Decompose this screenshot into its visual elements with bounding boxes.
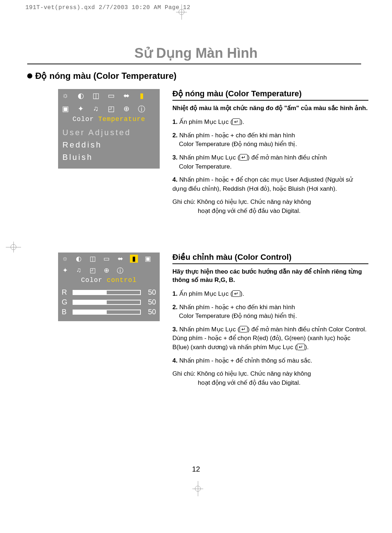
rgb-row-r: R 50 <box>62 288 156 296</box>
step-text: Nhấn phím Mục Lục ( <box>179 154 240 161</box>
intro-1: Nhiệt độ màu là một chức năng đo độ "ấm"… <box>172 104 368 113</box>
section-heading: Độ nóng màu (Color Temperature) <box>27 71 176 81</box>
step-num: 2. <box>172 132 177 139</box>
step-text: Nhấn phím - hoặc + để chỉnh thông số màu… <box>179 357 312 364</box>
step-text: ). <box>240 118 244 125</box>
step-text: ). <box>240 290 244 297</box>
section-color-temperature: Độ nóng màu (Color Temperature) Nhiệt độ… <box>172 89 368 216</box>
step-text: Color Temperature (Độ nóng màu) hiển thị… <box>179 312 297 321</box>
osd-label-highlight-2: control <box>107 276 137 284</box>
osd-item-reddish: Reddish <box>62 139 155 151</box>
section-heading-text: Độ nóng màu (Color Temperature) <box>35 71 176 81</box>
step-2-2: 2. Nhấn phím - hoặc + cho đến khi màn hì… <box>172 303 368 321</box>
bullet-icon <box>27 73 32 78</box>
note-line: hoạt động với chế độ đầu vào Digital. <box>198 207 301 216</box>
size-icon: ⬌ <box>122 91 131 100</box>
step-text: Nhấn phím - hoặc + cho đến khi màn hình <box>179 132 295 139</box>
clock-icon: ⊕ <box>102 266 110 275</box>
clock-icon: ⊕ <box>122 104 131 114</box>
steps-1: 1. Ấn phím Mục Lục (↵). 2. Nhấn phím - h… <box>172 118 368 193</box>
steps-2: 1. Ấn phím Mục Lục (↵). 2. Nhấn phím - h… <box>172 290 368 365</box>
page-number: 12 <box>0 465 392 473</box>
step-num: 3. <box>172 326 177 333</box>
press-header: 191T-vet(press).qxd 2/7/2003 10:20 AM Pa… <box>25 4 191 11</box>
info-icon: ⓘ <box>137 104 146 114</box>
note-2: Ghi chú: Không có hiệu lực. Chức năng nà… <box>172 370 368 387</box>
osd-panel-color-control: ☼ ◐ ◫ ▭ ⬌ ▮ ▣ ✦ ♫ ◰ ⊕ ⓘ Color control R … <box>58 253 160 321</box>
section-color-control: Điều chỉnh màu (Color Control) Hãy thực … <box>172 253 368 388</box>
step-text: Nhấn phím - hoặc + để chọn các mục User … <box>172 176 353 192</box>
note-line: Ghi chú: Không có hiệu lực. Chức năng nà… <box>172 198 311 205</box>
osd-panel-color-temperature: ☼ ◐ ◫ ▭ ⬌ ▮ ▣ ✦ ♫ ◰ ⊕ ⓘ Color Temperatur… <box>58 89 160 169</box>
step-text: ) để mở màn hình điều chỉnh <box>248 154 327 161</box>
rgb-g-value: 50 <box>144 298 156 306</box>
step-num: 3. <box>172 154 177 161</box>
step-text: Ấn phím Mục Lục ( <box>179 118 232 125</box>
note-line: hoạt động với chế độ đầu vào Digital. <box>198 379 301 388</box>
contrast-icon: ◐ <box>76 91 85 100</box>
osd-label-2: Color control <box>58 275 160 286</box>
sub-heading-1: Độ nóng màu (Color Temperature) <box>172 89 368 101</box>
step-text: Ấn phím Mục Lục ( <box>179 290 232 297</box>
osd-icon-row: ☼ ◐ ◫ ▭ ⬌ ▮ ▣ ✦ ♫ ◰ ⊕ ⓘ <box>58 89 160 114</box>
osd-item-bluish: Bluish <box>62 151 155 163</box>
step-text: Color Temperature. <box>179 162 232 171</box>
step-1-2: 2. Nhấn phím - hoặc + cho đến khi màn hì… <box>172 131 368 149</box>
osd-item-user-adjusted: User Adjusted <box>62 126 155 139</box>
language-icon: ✦ <box>76 104 85 114</box>
step-2-1: 1. Ấn phím Mục Lục (↵). <box>172 290 368 299</box>
rgb-r-bar <box>73 290 141 295</box>
step-text: ). <box>305 344 309 351</box>
sub-heading-2: Điều chỉnh màu (Color Control) <box>172 253 368 264</box>
step-num: 1. <box>172 290 177 297</box>
osd-list: User Adjusted Reddish Bluish <box>58 125 160 169</box>
moire-icon: ▣ <box>144 255 152 263</box>
enter-key-icon: ↵ <box>232 118 240 125</box>
enter-key-icon: ↵ <box>297 344 305 350</box>
step-text: Color Temperature (Độ nóng màu) hiển thị… <box>179 140 297 149</box>
color-icon: ▮ <box>130 255 138 263</box>
rgb-g-label: G <box>62 298 70 306</box>
position-icon: ▭ <box>102 255 110 263</box>
geometry-icon: ◫ <box>89 255 97 263</box>
brightness-icon: ☼ <box>61 91 70 100</box>
title-rule <box>27 64 361 64</box>
osd-icon-row-2: ☼ ◐ ◫ ▭ ⬌ ▮ ▣ ✦ ♫ ◰ ⊕ ⓘ <box>58 253 160 275</box>
step-2-3: 3. Nhấn phím Mục Lục (↵) để mở màn hình … <box>172 325 368 352</box>
geometry-icon: ◫ <box>91 91 100 100</box>
rgb-b-value: 50 <box>144 308 156 316</box>
audio-icon: ♫ <box>91 104 100 114</box>
note-1: Ghi chú: Không có hiệu lực. Chức năng nà… <box>172 198 368 215</box>
size-icon: ⬌ <box>116 255 124 263</box>
page-title: Sử Dụng Màn Hình <box>0 45 392 61</box>
language-icon: ✦ <box>61 266 69 275</box>
step-num: 4. <box>172 176 177 183</box>
intro-2: Hãy thực hiện theo các bước hướng dẫn nà… <box>172 268 368 284</box>
rgb-row-b: B 50 <box>62 308 156 316</box>
step-2-4: 4. Nhấn phím - hoặc + để chỉnh thông số … <box>172 356 368 366</box>
moire-icon: ▣ <box>61 104 70 114</box>
rgb-g-bar <box>73 300 141 305</box>
rgb-b-label: B <box>62 308 70 316</box>
rgb-rows: R 50 G 50 B 50 <box>58 286 160 321</box>
rgb-row-g: G 50 <box>62 298 156 306</box>
contrast-icon: ◐ <box>75 255 83 263</box>
step-1-4: 4. Nhấn phím - hoặc + để chọn các mục Us… <box>172 175 368 193</box>
pip-icon: ◰ <box>89 266 97 275</box>
note-line: Ghi chú: Không có hiệu lực. Chức năng nà… <box>172 370 311 377</box>
crop-circle-top <box>179 9 184 15</box>
position-icon: ▭ <box>107 91 115 100</box>
rgb-r-label: R <box>62 288 70 296</box>
step-text: Nhấn phím Mục Lục ( <box>179 326 240 333</box>
step-text: Nhấn phím - hoặc + cho đến khi màn hình <box>179 304 295 311</box>
step-1-3: 3. Nhấn phím Mục Lục (↵) để mở màn hình … <box>172 153 368 171</box>
enter-key-icon: ↵ <box>240 154 248 161</box>
enter-key-icon: ↵ <box>240 326 248 332</box>
crop-circle-left <box>11 244 16 250</box>
osd-label-prefix: Color <box>73 116 98 123</box>
step-1-1: 1. Ấn phím Mục Lục (↵). <box>172 118 368 127</box>
brightness-icon: ☼ <box>61 255 69 263</box>
info-icon: ⓘ <box>116 266 124 275</box>
step-num: 1. <box>172 118 177 125</box>
osd-label-highlight: Temperature <box>98 116 145 123</box>
